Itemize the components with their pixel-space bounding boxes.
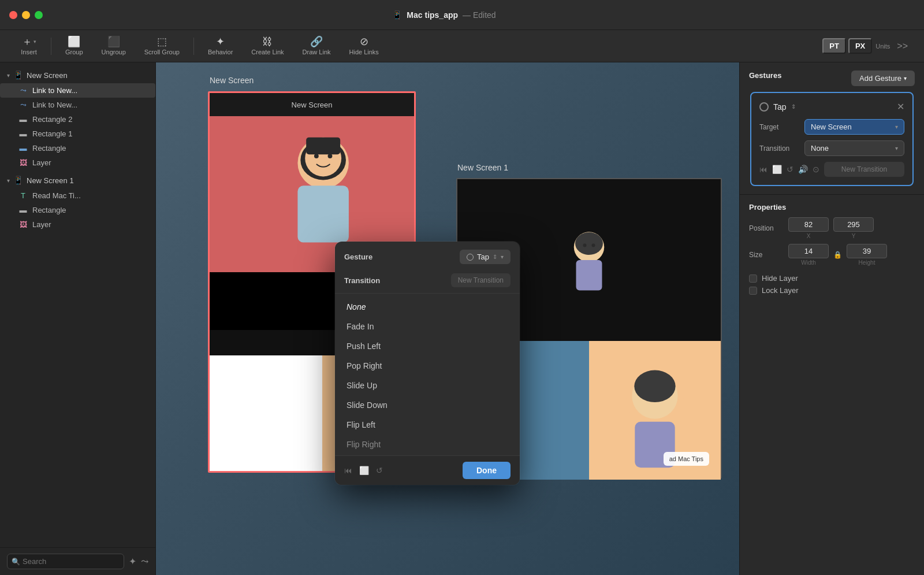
draw-link-button[interactable]: 🔗 Draw Link xyxy=(293,33,340,59)
done-button[interactable]: Done xyxy=(463,462,511,479)
rect-icon-2: ▬ xyxy=(18,129,28,138)
insert-button[interactable]: ＋ ▾ Insert xyxy=(12,33,46,59)
push-left-label: Push Left xyxy=(346,342,381,351)
tap-radio-panel[interactable] xyxy=(759,102,769,112)
back-action-icon[interactable]: ⏮ xyxy=(759,165,767,174)
transition-fade-in[interactable]: Fade In xyxy=(335,317,520,336)
transition-flip-left[interactable]: Flip Left xyxy=(335,415,520,435)
reset-action-icon[interactable]: ↺ xyxy=(787,165,793,174)
gesture-select[interactable]: Tap ⇕ ▾ xyxy=(460,250,511,264)
transition-slide-down[interactable]: Slide Down xyxy=(335,395,520,415)
transition-slide-up[interactable]: Slide Up xyxy=(335,376,520,395)
svg-rect-14 xyxy=(576,260,602,291)
unit-pt-button[interactable]: PT xyxy=(822,38,846,54)
transition-select[interactable]: None ▾ xyxy=(804,140,904,156)
target-row: Target New Screen ▾ xyxy=(759,119,904,135)
screen-bottom-left xyxy=(210,355,322,471)
transition-flip-right[interactable]: Flip Right xyxy=(335,435,520,454)
edit-status: — Edited xyxy=(463,10,496,20)
minimize-button[interactable] xyxy=(22,11,30,19)
link-tool-icon[interactable]: ⤳ xyxy=(141,556,148,567)
close-button[interactable] xyxy=(9,11,17,19)
target-select[interactable]: New Screen ▾ xyxy=(804,119,904,135)
new-transition-panel-button[interactable]: New Transition xyxy=(824,162,904,177)
draw-link-icon: 🔗 xyxy=(310,36,323,47)
sidebar-group-new-screen: ▾ 📱 New Screen ⤳ Link to New... ⤳ Link t… xyxy=(0,67,155,170)
transition-push-left[interactable]: Push Left xyxy=(335,336,520,356)
target-action-icon[interactable]: ⊙ xyxy=(813,165,819,174)
properties-title: Properties xyxy=(749,203,915,212)
sidebar-group-header-new-screen[interactable]: ▾ 📱 New Screen xyxy=(0,67,155,83)
screen-title-bar: New Screen xyxy=(210,93,414,116)
behavior-button[interactable]: ✦ Behavior xyxy=(199,33,242,59)
sidebar-item-layer-2[interactable]: 🖼 Layer xyxy=(0,217,155,232)
gesture-close-icon[interactable]: ✕ xyxy=(897,101,904,112)
layer-icon-1: 🖼 xyxy=(18,158,28,167)
width-label: Width xyxy=(801,259,816,266)
sidebar-group-header-new-screen-1[interactable]: ▾ 📱 New Screen 1 xyxy=(0,172,155,188)
dropdown-chevron-icon: ▾ xyxy=(904,75,907,81)
text-icon: T xyxy=(18,191,28,200)
search-input[interactable] xyxy=(7,554,124,569)
y-label: Y xyxy=(852,233,856,239)
screen-icon-foot[interactable]: ⬜ xyxy=(359,466,369,475)
layer-2-label: Layer xyxy=(32,220,51,229)
scroll-group-label: Scroll Group xyxy=(144,49,180,55)
svg-point-5 xyxy=(328,154,333,158)
size-width-input[interactable] xyxy=(788,244,829,258)
scroll-group-icon: ⬚ xyxy=(157,36,167,47)
hide-links-button[interactable]: ⊘ Hide Links xyxy=(340,33,388,59)
sidebar-item-link-to-new-1[interactable]: ⤳ Link to New... xyxy=(0,83,155,98)
app-icon: 📱 xyxy=(392,10,402,20)
hide-links-label: Hide Links xyxy=(349,49,379,55)
hide-layer-checkbox[interactable] xyxy=(749,274,757,283)
app-name: Mac tips_app xyxy=(407,10,458,20)
target-label: Target xyxy=(759,123,800,131)
screen-icon-2: 📱 xyxy=(13,176,23,185)
new-screen-title: New Screen xyxy=(292,101,333,109)
lock-icon[interactable]: 🔒 xyxy=(833,251,842,259)
sidebar-item-rectangle-3[interactable]: ▬ Rectangle xyxy=(0,203,155,217)
create-link-icon: ⛓ xyxy=(262,36,273,47)
slide-down-label: Slide Down xyxy=(346,400,388,410)
sidebar-item-rectangle-2[interactable]: ▬ Rectangle 2 xyxy=(0,112,155,127)
size-height-input[interactable] xyxy=(847,244,887,258)
create-link-label: Create Link xyxy=(251,49,284,55)
lock-layer-checkbox[interactable] xyxy=(749,287,757,295)
behavior-icon: ✦ xyxy=(216,36,225,47)
sidebar-item-rectangle[interactable]: ▬ Rectangle xyxy=(0,141,155,155)
toolbar-separator-1 xyxy=(51,38,51,55)
sidebar-item-rectangle-1[interactable]: ▬ Rectangle 1 xyxy=(0,127,155,141)
new-transition-button[interactable]: New Transition xyxy=(451,273,511,287)
svg-point-15 xyxy=(575,232,603,255)
maximize-button[interactable] xyxy=(35,11,43,19)
rectangle-label: Rectangle xyxy=(32,144,66,153)
sidebar-item-read-mac[interactable]: T Read Mac Ti... xyxy=(0,188,155,203)
flip-right-label: Flip Right xyxy=(346,440,381,449)
add-gesture-button[interactable]: Add Gesture ▾ xyxy=(851,71,915,86)
canvas[interactable]: New Screen xyxy=(156,62,739,575)
unit-px-button[interactable]: PX xyxy=(848,38,872,54)
flip-left-label: Flip Left xyxy=(346,420,375,429)
lock-layer-label: Lock Layer xyxy=(762,286,799,295)
audio-action-icon[interactable]: 🔊 xyxy=(798,165,808,174)
sidebar-footer: 🔍 ✦ ⤳ xyxy=(0,547,155,575)
position-x-input[interactable] xyxy=(788,217,829,232)
create-link-button[interactable]: ⛓ Create Link xyxy=(242,33,293,59)
back-icon[interactable]: ⏮ xyxy=(344,466,352,475)
sidebar-item-link-to-new-2[interactable]: ⤳ Link to New... xyxy=(0,98,155,112)
toolbar-expand-icon[interactable]: >> xyxy=(892,39,912,54)
wand-icon[interactable]: ✦ xyxy=(129,556,136,567)
chevron-up-down-icon: ⇕ xyxy=(493,254,497,260)
scroll-group-button[interactable]: ⬚ Scroll Group xyxy=(135,33,189,59)
position-y-input[interactable] xyxy=(833,217,874,232)
sidebar-item-layer-1[interactable]: 🖼 Layer xyxy=(0,155,155,170)
transition-none[interactable]: None xyxy=(335,297,520,317)
svg-point-17 xyxy=(592,244,595,247)
group-button[interactable]: ⬜ Group xyxy=(56,33,92,59)
sidebar-group-new-screen-1: ▾ 📱 New Screen 1 T Read Mac Ti... ▬ Rect… xyxy=(0,172,155,232)
ungroup-button[interactable]: ⬛ Ungroup xyxy=(92,33,135,59)
reset-icon[interactable]: ↺ xyxy=(376,466,383,475)
screen-action-icon[interactable]: ⬜ xyxy=(772,165,782,174)
transition-pop-right[interactable]: Pop Right xyxy=(335,356,520,376)
